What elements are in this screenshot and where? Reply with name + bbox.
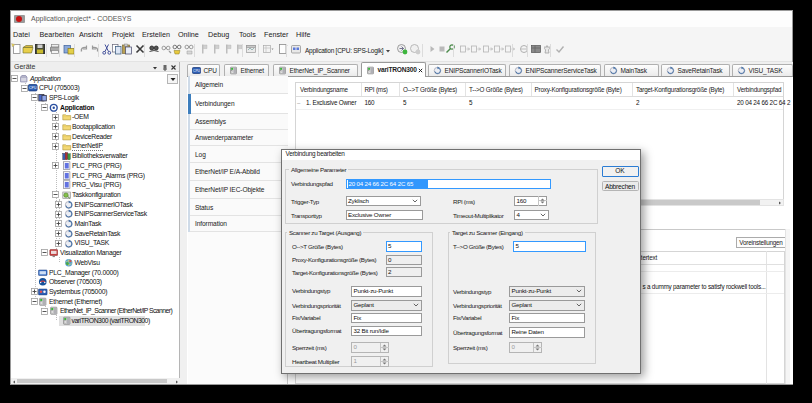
svg-text:CPU: CPU (193, 69, 201, 73)
svg-text:CPU: CPU (29, 87, 37, 91)
